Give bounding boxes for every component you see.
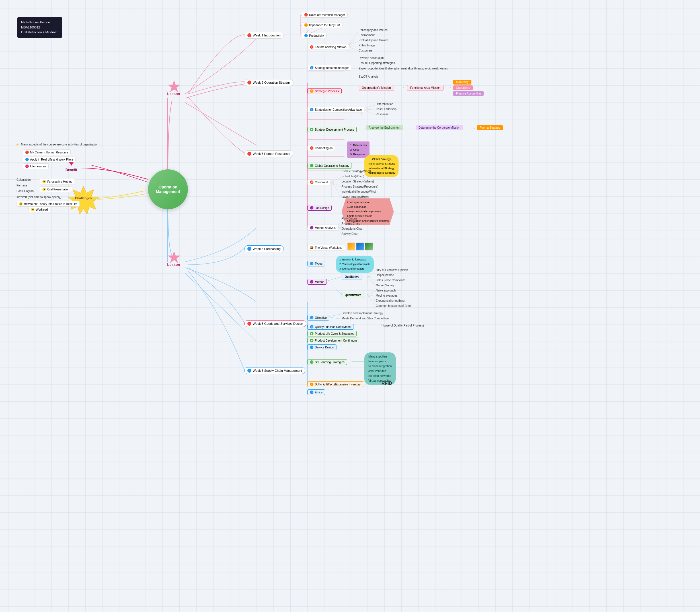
challenges-english: Basic English (16, 189, 33, 193)
week1-item2: ! Importance to Study OM (302, 22, 342, 28)
method-analysis-node: ✓ Method Analysis (307, 225, 338, 231)
week4-icon (247, 247, 251, 251)
strategic-icon: S (310, 89, 313, 93)
strategy-req-item4: SWOT Analysis (359, 75, 378, 78)
operations-box: Operations (453, 85, 473, 90)
job-icon: ✓ (310, 206, 313, 209)
comp-item3: Response (376, 113, 389, 116)
week6-label: Week 6 Supply Chain Management (253, 369, 302, 372)
week3-icon (247, 152, 251, 156)
method-item2: Process Chart (341, 222, 360, 225)
obj-item1: Develop and Implement Strategy (341, 312, 383, 315)
yellow-icon-1: ★ (42, 180, 46, 183)
benefit-label: Benefit (66, 168, 77, 172)
arrow-analyze: → (411, 126, 414, 129)
strategy-dev-icon: ▶ (310, 128, 313, 131)
factors-node: ! Factors Affecting Mission (307, 44, 349, 50)
constraint-item4: Process Strategy(Procedure) (341, 185, 378, 188)
method-item1: Flow Diagram (341, 217, 359, 220)
week1-label: Week 1 Introduction (253, 33, 281, 37)
factors-icon: ! (310, 45, 313, 49)
qual-item1: Jury of Executive Opinion (376, 268, 408, 272)
global-box: Global StrategyTransnational StrategyInt… (364, 155, 398, 177)
comp-item2: Cost Leadership (376, 108, 396, 111)
week1-node: Week 1 Introduction (244, 32, 284, 39)
competing-node: ! Competing on (307, 145, 335, 151)
w1-icon1: ! (304, 13, 308, 16)
strategy-req-item1: Develop action plan (359, 56, 384, 59)
yellow-icon-4: ★ (31, 208, 34, 211)
job-design-node: ✓ Job Design (307, 205, 332, 211)
user-id: MBA2109012 (21, 25, 58, 30)
w1-icon3: i (304, 34, 308, 37)
method-node: ✓ Method (307, 279, 327, 284)
svg-text:Challenges: Challenges (75, 196, 92, 200)
factors-item5: Customers (359, 49, 372, 52)
lower-lesson-star: ★ Lesson (159, 250, 188, 269)
svg-line-51 (367, 276, 376, 277)
thumb2 (356, 242, 364, 250)
types-node: □ Types (307, 261, 325, 266)
finance-box: Finance Accounting (453, 91, 484, 96)
strategy-req-icon: i (310, 66, 313, 69)
service-icon: □ (310, 346, 313, 349)
constraint-item6: Layout strategy(How) (341, 195, 369, 198)
plc-node: ▶ Product Life Cycle & Strategies (307, 331, 357, 336)
competing-icon: ! (310, 146, 313, 150)
challenges-node: Challenges (68, 184, 99, 216)
week1-item3: i Productivity (302, 33, 326, 39)
week5-label: Week 5 Goods and Services Design (253, 322, 303, 325)
factors-item2: Environment (359, 33, 375, 37)
svg-line-54 (367, 291, 376, 295)
constraint-item1: Product strategy(What) (341, 170, 371, 173)
yellow-icon-3: ★ (19, 202, 23, 206)
sourcing-box: Many suppliersFew suppliersVertical inte… (364, 352, 396, 385)
constraint-item3: Location Strategy(Where) (341, 180, 374, 183)
bullwhip-icon: ! (310, 382, 313, 386)
svg-line-78 (332, 182, 341, 192)
form-strategy-box: Form a Strategy (477, 125, 503, 130)
constraint-node: ✕ Constraint (307, 179, 331, 185)
lower-lesson-label: Lesson (159, 262, 188, 267)
blue-icon-benefit: i (25, 158, 29, 161)
week2-icon (247, 81, 251, 85)
week6-node: Week 6 Supply Chain Management (244, 367, 305, 374)
qualitative-node: Qualitative (341, 274, 362, 280)
week1-icon (247, 33, 251, 37)
svg-line-40 (347, 46, 359, 51)
week5-node: Week 5 Goods and Services Design (244, 320, 306, 327)
svg-marker-21 (68, 186, 98, 214)
svg-line-55 (367, 295, 376, 296)
week6-icon (247, 368, 251, 373)
objective-icon: □ (310, 316, 313, 319)
constraint-item5: Individual differences(Who) (341, 190, 376, 193)
user-subtitle: Oral Reflection + Mindmap (21, 30, 58, 35)
obj-item2: Meets Demand and Stay Competitive (341, 317, 389, 320)
benefit-item-4: ♥ Life Lessons (23, 163, 49, 169)
red-icon: ! (25, 151, 29, 154)
visual-images (347, 242, 373, 250)
functional-mission-node: Functional Area Mission (407, 85, 444, 91)
plc-icon: ▶ (310, 332, 313, 335)
svg-line-56 (367, 295, 376, 302)
bullwhip-node: ! Bullwhip Effect (Excessive Inventory) (307, 381, 364, 387)
types-icon: □ (310, 262, 313, 265)
house-quality: House of Quality(Part of Process) (381, 324, 424, 327)
quant-item4: Common Measures of Error (376, 304, 411, 307)
six-sourcing-node: □ Six Sourcing Strategies (307, 359, 347, 365)
thumb3 (365, 242, 373, 250)
svg-line-72 (327, 317, 341, 319)
challenges-theory: ★ How to put Theory into Pratice in Real… (16, 201, 80, 207)
upper-lesson-star: ★ Lesson (159, 80, 188, 98)
arrow-determine: → (473, 126, 475, 129)
ethics-icon: □ (310, 391, 313, 394)
strategic-process-node: S Strategic Process (307, 88, 341, 94)
factors-item1: Philosophy and Values (359, 28, 388, 32)
challenges-workload: ★ Workload (28, 207, 51, 212)
visual-icon: 📷 (310, 246, 313, 249)
qual-item2: Delphi Method (376, 274, 394, 277)
org-mission-node: Organisation`s Mission (359, 85, 394, 91)
svg-line-38 (347, 41, 359, 46)
arrow-functional: → (448, 86, 451, 89)
yellow-icon-2: ★ (42, 187, 46, 191)
